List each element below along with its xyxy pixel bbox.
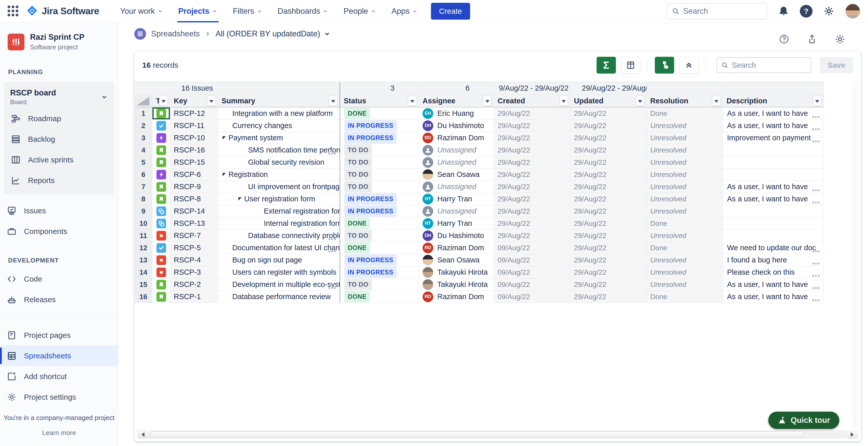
updated-cell-RSCP-16[interactable]: 29/Aug/22: [570, 144, 647, 156]
description-cell-RSCP-6[interactable]: [723, 169, 824, 181]
global-search[interactable]: [667, 3, 767, 19]
updated-cell-RSCP-11[interactable]: 29/Aug/22: [570, 120, 647, 132]
row-number-5[interactable]: 5: [134, 156, 152, 169]
type-cell-RSCP-5[interactable]: [152, 242, 170, 254]
updated-cell-RSCP-12[interactable]: 29/Aug/22: [570, 108, 647, 120]
summary-cell-RSCP-4[interactable]: Bug on sign out page: [218, 254, 340, 266]
key-cell-RSCP-13[interactable]: RSCP-13: [170, 217, 218, 230]
type-cell-RSCP-10[interactable]: [152, 132, 170, 144]
description-cell-RSCP-14[interactable]: [723, 205, 824, 217]
global-search-input[interactable]: [683, 7, 762, 16]
resolution-cell-RSCP-9[interactable]: Unresolved: [647, 181, 723, 193]
type-cell-RSCP-7[interactable]: [152, 230, 170, 242]
assignee-cell-RSCP-9[interactable]: Unassigned: [419, 181, 494, 193]
resolution-cell-RSCP-11[interactable]: Unresolved: [647, 120, 723, 132]
assignee-cell-RSCP-14[interactable]: Unassigned: [419, 205, 494, 217]
sidebar-item-project-settings[interactable]: Project settings: [0, 387, 118, 407]
assignee-cell-RSCP-2[interactable]: Takayuki Hirota: [419, 278, 494, 291]
table-search-input[interactable]: [732, 61, 807, 69]
resolution-cell-RSCP-2[interactable]: Unresolved: [647, 278, 723, 291]
user-avatar[interactable]: [845, 4, 860, 19]
summary-cell-RSCP-1[interactable]: Database performance review: [218, 291, 340, 303]
column-header-key[interactable]: Key: [170, 95, 218, 108]
created-cell-RSCP-1[interactable]: 09/Aug/22: [494, 291, 570, 303]
sidebar-item-code[interactable]: Code: [0, 269, 118, 289]
filter-dropdown-description[interactable]: [813, 96, 822, 106]
updated-cell-RSCP-14[interactable]: 29/Aug/22: [570, 205, 647, 217]
row-number-13[interactable]: 13: [134, 254, 152, 266]
description-cell-RSCP-15[interactable]: [723, 156, 824, 169]
nav-item-projects[interactable]: Projects: [172, 0, 224, 22]
assignee-cell-RSCP-15[interactable]: Unassigned: [419, 156, 494, 169]
assignee-cell-RSCP-13[interactable]: HTHarry Tran: [419, 217, 494, 230]
description-cell-RSCP-13[interactable]: [723, 217, 824, 230]
resolution-cell-RSCP-16[interactable]: Unresolved: [647, 144, 723, 156]
created-cell-RSCP-15[interactable]: 29/Aug/22: [494, 156, 570, 169]
filter-dropdown-assignee[interactable]: [483, 96, 492, 106]
collapse-expander-icon[interactable]: [238, 197, 242, 201]
sidebar-item-project-pages[interactable]: Project pages: [0, 325, 118, 346]
key-cell-RSCP-12[interactable]: RSCP-12: [170, 108, 218, 120]
summary-cell-RSCP-13[interactable]: Internal registration form: [218, 217, 340, 230]
summary-cell-RSCP-15[interactable]: Global security revision: [218, 156, 340, 169]
status-cell-RSCP-9[interactable]: TO DO: [340, 181, 419, 193]
updated-cell-RSCP-2[interactable]: 29/Aug/22: [570, 278, 647, 291]
created-cell-RSCP-3[interactable]: 09/Aug/22: [494, 266, 570, 278]
description-cell-RSCP-1[interactable]: As a user, I want to have•••: [723, 291, 824, 303]
created-cell-RSCP-10[interactable]: 29/Aug/22: [494, 132, 570, 144]
status-cell-RSCP-10[interactable]: IN PROGRESS: [340, 132, 419, 144]
save-button[interactable]: Save: [820, 57, 853, 73]
description-cell-RSCP-5[interactable]: We need to update our doc•••: [723, 242, 824, 254]
sum-functions-button[interactable]: Σ: [596, 57, 616, 73]
nav-item-filters[interactable]: Filters: [226, 0, 269, 22]
key-cell-RSCP-2[interactable]: RSCP-2: [170, 278, 218, 291]
key-cell-RSCP-9[interactable]: RSCP-9: [170, 181, 218, 193]
row-number-9[interactable]: 9: [134, 205, 152, 217]
status-cell-RSCP-6[interactable]: TO DO: [340, 169, 419, 181]
description-cell-RSCP-2[interactable]: As a user, I want to have•••: [723, 278, 824, 291]
table-search[interactable]: [717, 57, 811, 73]
column-header-updated[interactable]: Updated: [570, 95, 647, 108]
status-cell-RSCP-11[interactable]: IN PROGRESS: [340, 120, 419, 132]
filter-dropdown-type[interactable]: [159, 96, 168, 106]
nav-item-people[interactable]: People: [337, 0, 383, 22]
breadcrumb-root[interactable]: Spreadsheets: [151, 29, 200, 38]
create-button[interactable]: Create: [431, 3, 470, 20]
row-number-14[interactable]: 14: [134, 266, 152, 278]
status-cell-RSCP-2[interactable]: TO DO: [340, 278, 419, 291]
created-cell-RSCP-13[interactable]: 29/Aug/22: [494, 217, 570, 230]
status-cell-RSCP-13[interactable]: DONE: [340, 217, 419, 230]
type-cell-RSCP-11[interactable]: [152, 120, 170, 132]
summary-cell-RSCP-9[interactable]: UI improvement on frontpage: [218, 181, 340, 193]
filter-dropdown-status[interactable]: [408, 96, 417, 106]
resolution-cell-RSCP-12[interactable]: Done: [647, 108, 723, 120]
scroll-right-button[interactable]: [847, 431, 858, 438]
column-layout-button[interactable]: [621, 57, 640, 73]
horizontal-scrollbar[interactable]: [137, 430, 858, 439]
quick-tour-button[interactable]: Quick tour: [768, 412, 839, 429]
description-cell-RSCP-16[interactable]: [723, 144, 824, 156]
status-cell-RSCP-15[interactable]: TO DO: [340, 156, 419, 169]
sidebar-item-add-shortcut[interactable]: Add shortcut: [0, 366, 118, 387]
column-header-summary[interactable]: Summary: [218, 95, 340, 108]
key-cell-RSCP-6[interactable]: RSCP-6: [170, 169, 218, 181]
created-cell-RSCP-12[interactable]: 29/Aug/22: [494, 108, 570, 120]
column-header-status[interactable]: Status: [340, 95, 419, 108]
type-cell-RSCP-4[interactable]: [152, 254, 170, 266]
assignee-cell-RSCP-8[interactable]: HTHarry Tran: [419, 193, 494, 205]
vertical-scrollbar[interactable]: [853, 82, 858, 428]
row-number-7[interactable]: 7: [134, 181, 152, 193]
created-cell-RSCP-16[interactable]: 29/Aug/22: [494, 144, 570, 156]
sidebar-item-backlog[interactable]: Backlog: [4, 129, 114, 149]
created-cell-RSCP-9[interactable]: 29/Aug/22: [494, 181, 570, 193]
created-cell-RSCP-8[interactable]: 29/Aug/22: [494, 193, 570, 205]
row-number-6[interactable]: 6: [134, 169, 152, 181]
key-cell-RSCP-1[interactable]: RSCP-1: [170, 291, 218, 303]
filter-dropdown-summary[interactable]: [329, 96, 338, 106]
row-number-4[interactable]: 4: [134, 144, 152, 156]
column-header-created[interactable]: Created: [494, 95, 570, 108]
status-cell-RSCP-4[interactable]: IN PROGRESS: [340, 254, 419, 266]
column-header-assignee[interactable]: Assignee: [419, 95, 494, 108]
type-cell-RSCP-3[interactable]: [152, 266, 170, 278]
summary-cell-RSCP-16[interactable]: SMS notification time performance•••: [218, 144, 340, 156]
